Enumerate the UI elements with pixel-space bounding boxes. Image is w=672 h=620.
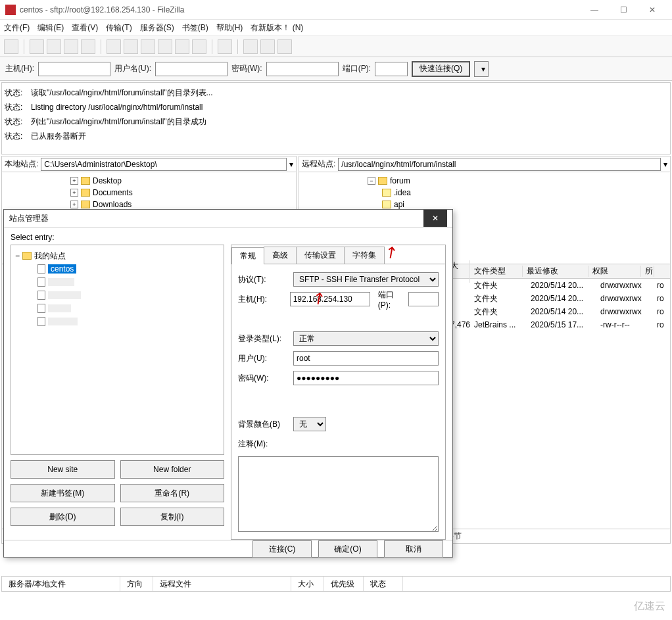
menu-file[interactable]: 文件(F) [4,22,30,34]
log-pane: 状态:读取"/usr/local/nginx/html/forum/instal… [1,82,671,155]
toolbar-icon[interactable] [192,39,206,54]
protocol-select[interactable]: SFTP - SSH File Transfer Protocol [293,272,439,287]
host-input[interactable] [38,62,110,76]
folder-icon [81,177,90,185]
tab-advanced[interactable]: 高级 [264,247,297,264]
local-path-input[interactable] [41,158,287,171]
app-icon [5,5,16,15]
rename-button[interactable]: 重命名(R) [120,484,225,502]
window-title: centos - sftp://root@192.168.254.130 - F… [20,5,580,14]
toolbar-search-icon[interactable] [243,39,258,54]
toolbar-binoculars-icon[interactable] [277,39,292,54]
menu-help[interactable]: 帮助(H) [216,22,243,34]
new-folder-button[interactable]: New folder [120,460,225,479]
port-label: 端口(P): [343,63,371,74]
toolbar [0,36,672,57]
login-type-select[interactable]: 正常 [293,331,439,346]
folder-icon [382,189,391,197]
expand-icon[interactable]: − [15,251,20,260]
quickconnect-dropdown[interactable]: ▾ [474,61,489,77]
dialog-close-button[interactable]: ✕ [423,210,447,227]
remote-site-label: 远程站点: [302,158,335,170]
minimize-button[interactable]: — [580,1,609,19]
title-bar: centos - sftp://root@192.168.254.130 - F… [0,0,672,20]
watermark: 亿速云 [634,600,665,613]
folder-icon [22,252,32,260]
site-tree[interactable]: −我的站点 centos [11,245,224,455]
site-icon [37,277,45,287]
menu-server[interactable]: 服务器(S) [140,22,174,34]
toolbar-icon[interactable] [218,39,232,54]
toolbar-cancel-icon[interactable] [141,39,155,54]
delete-button[interactable]: 删除(D) [11,508,115,526]
toolbar-icon[interactable] [81,39,95,54]
toolbar-sitemanager-icon[interactable] [4,39,18,54]
quickconnect-button[interactable]: 快速连接(Q) [412,61,470,77]
ok-button[interactable]: 确定(O) [318,540,377,558]
user-label: 用户名(U): [114,63,151,74]
toolbar-icon[interactable] [260,39,275,54]
toolbar-icon[interactable] [124,39,138,54]
cancel-button[interactable]: 取消 [384,540,443,558]
expand-icon[interactable]: − [368,177,375,185]
queue-header: 服务器/本地文件 方向 远程文件 大小 优先级 状态 [1,576,671,592]
sm-host-input[interactable] [290,292,370,306]
menu-bar: 文件(F) 编辑(E) 查看(V) 传输(T) 服务器(S) 书签(B) 帮助(… [0,20,672,36]
connect-button[interactable]: 连接(C) [252,540,312,558]
quickconnect-bar: 主机(H): 用户名(U): 密码(W): 端口(P): 快速连接(Q) ▾ [0,57,672,81]
site-entry-centos[interactable]: centos [48,264,76,274]
site-icon [37,264,45,274]
select-entry-label: Select entry: [4,227,452,245]
toolbar-disconnect-icon[interactable] [158,39,172,54]
tab-charset[interactable]: 字符集 [344,247,385,264]
folder-icon [382,201,391,208]
menu-newversion[interactable]: 有新版本！ (N) [251,22,303,34]
site-icon [37,291,45,300]
user-input[interactable] [155,62,228,76]
sm-user-input[interactable] [293,351,439,366]
tab-general[interactable]: 常规 [231,247,264,264]
toolbar-icon[interactable] [30,39,44,54]
folder-icon [81,201,90,208]
menu-edit[interactable]: 编辑(E) [37,22,64,34]
remote-path-input[interactable] [338,158,661,171]
copy-button[interactable]: 复制(I) [120,508,225,526]
toolbar-refresh-icon[interactable] [107,39,121,54]
site-icon [37,304,45,313]
expand-icon[interactable]: + [70,201,78,208]
site-form: 常规 高级 传输设置 字符集 协议(T): SFTP - SSH File Tr… [231,245,446,540]
expand-icon[interactable]: + [70,189,78,197]
toolbar-icon[interactable] [47,39,61,54]
site-manager-dialog: 站点管理器 ✕ Select entry: −我的站点 centos New s… [3,209,453,558]
maximize-button[interactable]: ☐ [609,1,638,19]
new-bookmark-button[interactable]: 新建书签(M) [11,484,115,502]
pass-input[interactable] [266,62,339,76]
dialog-title: 站点管理器 [9,213,49,224]
bg-color-select[interactable]: 无 [293,417,326,431]
host-label: 主机(H): [5,63,34,74]
close-button[interactable]: ✕ [638,1,667,19]
sm-port-input[interactable] [408,292,439,306]
menu-transfer[interactable]: 传输(T) [106,22,132,34]
toolbar-icon[interactable] [64,39,78,54]
port-input[interactable] [375,62,408,76]
new-site-button[interactable]: New site [11,460,115,479]
site-icon [37,317,45,326]
comment-textarea[interactable] [238,456,439,532]
local-site-label: 本地站点: [5,158,38,170]
expand-icon[interactable]: + [70,177,78,185]
sm-pass-input[interactable] [293,371,439,385]
menu-view[interactable]: 查看(V) [72,22,98,34]
chevron-down-icon[interactable]: ▾ [289,160,293,169]
menu-bookmarks[interactable]: 书签(B) [182,22,208,34]
tab-transfer[interactable]: 传输设置 [296,247,345,264]
folder-icon [378,177,387,185]
toolbar-icon[interactable] [175,39,189,54]
folder-icon [81,189,90,197]
chevron-down-icon[interactable]: ▾ [663,160,667,169]
pass-label: 密码(W): [231,63,262,74]
